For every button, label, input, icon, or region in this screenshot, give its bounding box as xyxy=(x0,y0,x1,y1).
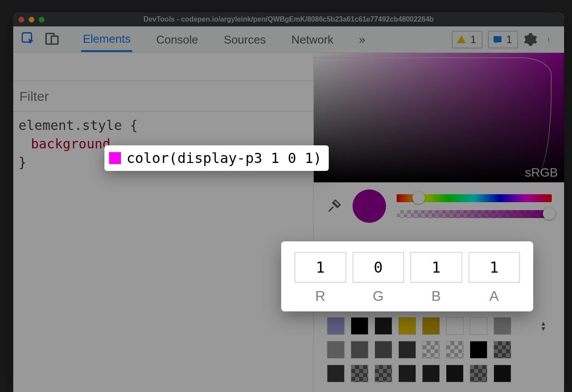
channel-g-label: G xyxy=(373,288,384,304)
palette-swatch[interactable] xyxy=(446,365,464,382)
palette-swatch[interactable] xyxy=(446,341,464,359)
channel-r-input[interactable] xyxy=(294,252,346,283)
zoom-icon[interactable] xyxy=(39,17,45,22)
tab-sources[interactable]: Sources xyxy=(222,28,267,51)
channel-g-input[interactable] xyxy=(353,252,405,283)
hue-thumb[interactable] xyxy=(412,192,425,204)
channel-b-input[interactable] xyxy=(410,252,462,283)
more-icon[interactable] xyxy=(543,33,557,47)
palette-swatch[interactable] xyxy=(327,341,345,359)
color-swatch-icon[interactable] xyxy=(109,152,121,164)
inspect-element-icon[interactable] xyxy=(20,31,36,48)
palette-swatch[interactable] xyxy=(470,365,487,382)
styles-pane: element.style { background } xyxy=(13,53,314,392)
tab-network[interactable]: Network xyxy=(290,28,335,51)
issues-counter[interactable]: 1 xyxy=(488,31,518,48)
minimize-icon[interactable] xyxy=(29,17,34,22)
palette-swatch[interactable] xyxy=(494,341,511,359)
styles-filter-input[interactable] xyxy=(19,89,307,104)
color-value-popover: color(display-p3 1 0 1) xyxy=(104,145,329,171)
svg-rect-3 xyxy=(494,36,501,42)
toolbar: Elements Console Sources Network » 1 1 xyxy=(13,26,564,53)
gear-icon[interactable] xyxy=(524,33,538,47)
alpha-thumb[interactable] xyxy=(543,207,555,220)
close-icon[interactable] xyxy=(19,17,24,22)
color-picker-panel: sRGB ▲▼ xyxy=(314,53,564,392)
palette-swatch[interactable] xyxy=(422,365,440,382)
css-property-name[interactable]: background xyxy=(31,136,111,152)
channel-r-label: R xyxy=(315,288,325,304)
svg-point-6 xyxy=(548,40,549,41)
tab-group: Elements Console Sources Network » xyxy=(81,27,367,52)
palette-swatch[interactable] xyxy=(351,341,368,359)
channel-b-label: B xyxy=(431,288,441,304)
traffic-lights xyxy=(19,17,45,22)
rgba-inputs-popover: R G B A xyxy=(281,241,533,311)
tabs-overflow-button[interactable]: » xyxy=(357,28,367,51)
spectrum-canvas[interactable]: sRGB xyxy=(314,53,564,182)
palette-swatch[interactable] xyxy=(494,317,511,335)
svg-rect-2 xyxy=(52,36,58,44)
channel-a-input[interactable] xyxy=(468,252,520,283)
palette-swatch[interactable] xyxy=(470,317,487,335)
eyedropper-icon[interactable] xyxy=(326,198,342,214)
palette-swatch[interactable] xyxy=(398,341,416,359)
filter-row xyxy=(13,81,313,112)
palette-swatch[interactable] xyxy=(446,317,464,335)
gamut-label: sRGB xyxy=(525,166,558,180)
titlebar: DevTools - codepen.io/argyleink/pen/QWBg… xyxy=(13,12,564,26)
gamut-boundary-line xyxy=(314,57,552,178)
palette-swatch[interactable] xyxy=(398,317,416,335)
current-color-swatch xyxy=(353,189,386,223)
svg-point-4 xyxy=(548,38,549,39)
palette-swatch[interactable] xyxy=(422,317,440,335)
devtools-window: DevTools - codepen.io/argyleink/pen/QWBg… xyxy=(13,12,564,392)
palette-swatch[interactable] xyxy=(375,341,392,359)
palette-swatch[interactable] xyxy=(470,341,487,359)
alpha-slider[interactable] xyxy=(397,210,552,218)
palette-row: ▲▼ xyxy=(327,317,551,335)
palette-row xyxy=(327,341,551,359)
palette-swatch[interactable] xyxy=(422,341,440,359)
color-value-text[interactable]: color(display-p3 1 0 1) xyxy=(126,150,322,166)
tab-console[interactable]: Console xyxy=(154,28,200,51)
svg-point-5 xyxy=(548,39,549,40)
device-toggle-icon[interactable] xyxy=(44,31,60,48)
window-title: DevTools - codepen.io/argyleink/pen/QWBg… xyxy=(13,15,564,23)
palette-swatch[interactable] xyxy=(494,365,511,382)
palette-spinner[interactable]: ▲▼ xyxy=(540,321,551,331)
issues-count: 1 xyxy=(506,33,512,46)
palette-swatch[interactable] xyxy=(375,317,392,335)
palette-swatch[interactable] xyxy=(375,365,392,382)
palette-swatch[interactable] xyxy=(351,365,368,382)
palette-swatch[interactable] xyxy=(327,365,345,382)
warnings-counter[interactable]: 1 xyxy=(452,31,482,48)
palette-swatch[interactable] xyxy=(398,365,416,382)
css-selector[interactable]: element.style { xyxy=(19,118,138,133)
palette-swatch[interactable] xyxy=(327,317,345,335)
tab-elements[interactable]: Elements xyxy=(81,27,132,52)
channel-a-label: A xyxy=(490,288,499,304)
palette-grid: ▲▼ xyxy=(314,317,564,382)
warnings-count: 1 xyxy=(470,33,476,46)
palette-row xyxy=(327,365,551,382)
hue-slider[interactable] xyxy=(397,194,552,202)
palette-swatch[interactable] xyxy=(351,317,368,335)
